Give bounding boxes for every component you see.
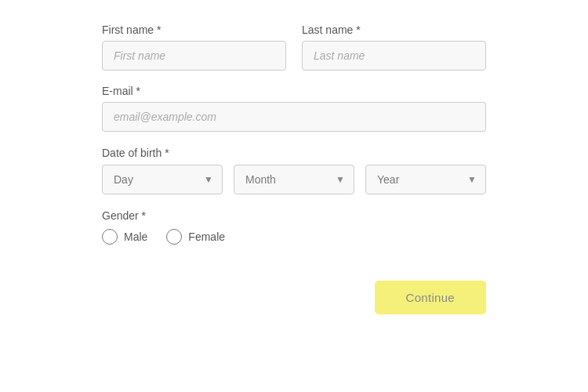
female-radio[interactable] (166, 229, 182, 245)
year-select-wrapper: Year ▼ (365, 165, 486, 194)
gender-label: Gender * (102, 209, 146, 222)
email-input[interactable] (102, 102, 486, 132)
name-row: First name * Last name * (102, 24, 486, 71)
email-label: E-mail * (102, 85, 486, 97)
last-name-group: Last name * (302, 24, 486, 71)
female-label: Female (188, 230, 225, 243)
first-name-input[interactable] (102, 41, 286, 71)
dob-label: Date of birth * (102, 147, 169, 159)
gender-options: Male Female (102, 229, 486, 249)
first-name-group: First name * (102, 24, 286, 71)
date-row: Day ▼ Month ▼ Year ▼ (102, 165, 486, 194)
last-name-label: Last name * (302, 24, 486, 36)
continue-button[interactable]: Continue (375, 281, 486, 314)
email-row: E-mail * (102, 85, 486, 132)
year-select[interactable]: Year (365, 165, 486, 194)
month-select[interactable]: Month (234, 165, 354, 194)
male-radio[interactable] (102, 229, 118, 245)
day-select[interactable]: Day (102, 165, 223, 194)
male-label: Male (124, 230, 147, 243)
button-row: Continue (102, 281, 486, 314)
dob-section: Date of birth * Day ▼ Month ▼ Year ▼ (102, 146, 486, 194)
male-radio-group[interactable]: Male (102, 229, 147, 245)
first-name-label: First name * (102, 24, 286, 36)
registration-form: First name * Last name * E-mail * Date o… (39, 0, 549, 346)
day-select-wrapper: Day ▼ (102, 165, 223, 194)
gender-section: Gender * Male Female (102, 209, 486, 249)
month-select-wrapper: Month ▼ (234, 165, 354, 194)
email-group: E-mail * (102, 85, 486, 132)
female-radio-group[interactable]: Female (166, 229, 225, 245)
last-name-input[interactable] (302, 41, 486, 71)
